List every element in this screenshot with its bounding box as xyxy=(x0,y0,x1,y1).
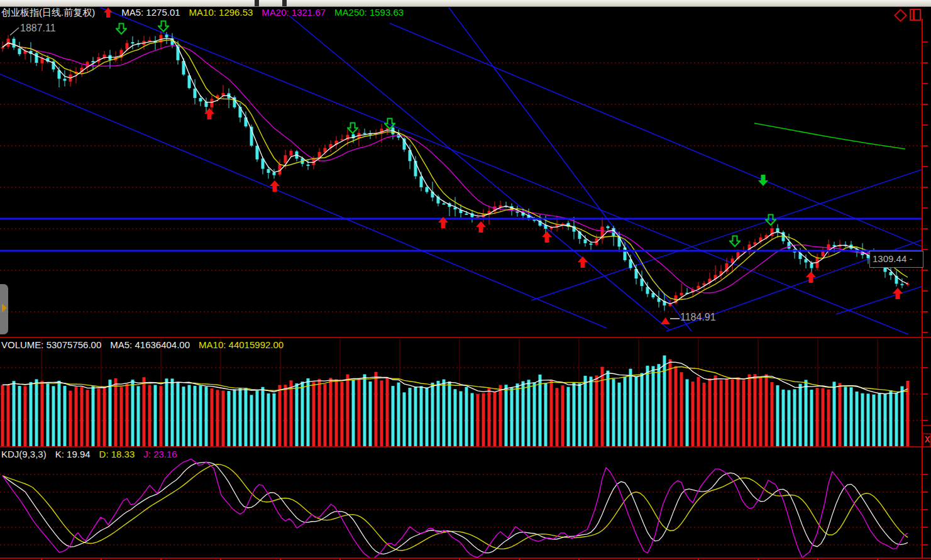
kdj-d-label: D: 18.33 xyxy=(99,449,135,459)
volume-ma5-label: MA5: 41636404.00 xyxy=(110,339,190,350)
main-chart-header: 创业板指(日线.前复权) MA5: 1275.01 MA10: 1296.53 … xyxy=(1,7,404,19)
sell-signal-arrow-hollow xyxy=(384,118,395,130)
sell-signal-arrow-hollow xyxy=(729,235,741,248)
low-point-marker xyxy=(661,317,670,324)
ma250-value-label: MA250: 1593.63 xyxy=(334,7,404,19)
window-top-strip xyxy=(0,0,931,7)
buy-signal-arrow xyxy=(893,288,903,299)
expand-arrow-icon xyxy=(2,304,7,312)
split-window-icon-bar xyxy=(913,10,915,19)
low-label-pointer xyxy=(670,318,680,319)
close-indicator-button[interactable]: X xyxy=(925,435,930,445)
sell-signal-arrow-hollow xyxy=(765,214,776,226)
sell-signal-arrow-hollow xyxy=(347,122,358,135)
buy-signal-arrow xyxy=(204,108,214,119)
kdj-k-label: K: 19.94 xyxy=(55,449,91,459)
up-arrow-icon xyxy=(104,8,113,18)
split-window-icon[interactable] xyxy=(910,9,921,21)
sell-signal-arrow xyxy=(758,175,768,186)
buy-signal-arrow xyxy=(806,272,816,283)
topbar-notch xyxy=(255,0,259,6)
ma10-value-label: MA10: 1296.53 xyxy=(189,7,253,19)
kdj-j-label: J: 23.16 xyxy=(143,449,177,459)
topbar-notch xyxy=(282,0,287,6)
volume-panel-header: VOLUME: 53075756.00 MA5: 41636404.00 MA1… xyxy=(1,339,284,350)
volume-ma10-label: MA10: 44015992.00 xyxy=(199,339,284,350)
buy-signal-arrow xyxy=(578,256,588,268)
sidebar-expand-handle[interactable] xyxy=(0,284,8,334)
buy-signal-arrow xyxy=(542,231,552,243)
trading-app-window: 创业板指(日线.前复权) MA5: 1275.01 MA10: 1296.53 … xyxy=(0,0,931,560)
instrument-title: 创业板指(日线.前复权) xyxy=(1,7,95,19)
kdj-name-label: KDJ(9,3,3) xyxy=(1,449,47,459)
sell-signal-arrow-hollow xyxy=(116,23,127,35)
last-price-tag: 1309.44 - xyxy=(869,251,923,268)
period-low-label: 1184.91 xyxy=(680,312,716,323)
ma20-value-label: MA20: 1321.67 xyxy=(262,7,326,19)
buy-signal-arrow xyxy=(270,180,280,192)
period-high-label: 1887.11 xyxy=(20,23,56,34)
kdj-panel-header: KDJ(9,3,3) K: 19.94 D: 18.33 J: 23.16 xyxy=(1,449,177,459)
chart-canvas[interactable] xyxy=(0,0,931,560)
buy-signal-arrow xyxy=(476,221,486,233)
sell-signal-arrow-hollow xyxy=(158,20,169,33)
buy-signal-arrow xyxy=(438,217,448,228)
ma5-value-label: MA5: 1275.01 xyxy=(121,7,180,19)
volume-value-label: VOLUME: 53075756.00 xyxy=(1,339,101,350)
